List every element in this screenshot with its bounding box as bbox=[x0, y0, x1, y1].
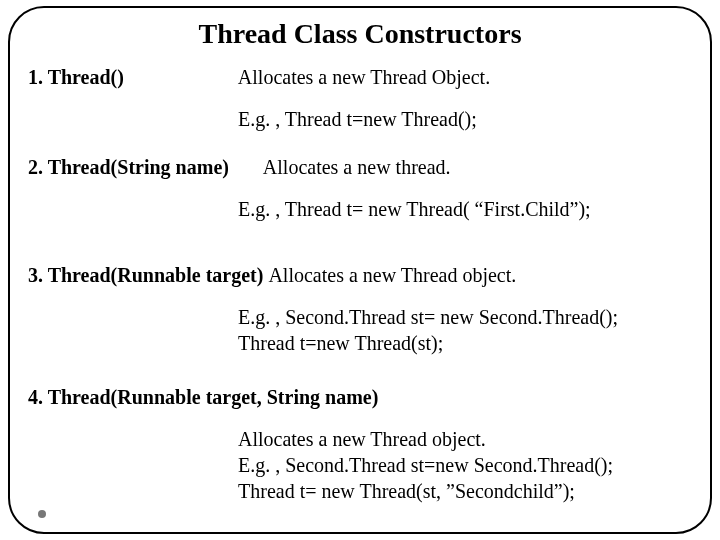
constructor-description: Allocates a new Thread object. bbox=[268, 264, 516, 286]
slide-title: Thread Class Constructors bbox=[28, 18, 692, 50]
constructor-example: Thread t= new Thread(st, ”Secondchild”); bbox=[238, 478, 692, 504]
constructor-description: Allocates a new Thread object. bbox=[238, 426, 692, 452]
constructor-item-3: 3. Thread(Runnable target) Allocates a n… bbox=[28, 262, 692, 288]
spacer bbox=[124, 66, 238, 88]
decorative-dot-icon bbox=[38, 510, 46, 518]
constructor-description: Allocates a new thread. bbox=[263, 156, 451, 178]
constructor-example: E.g. , Thread t= new Thread( “First.Chil… bbox=[238, 196, 692, 222]
constructor-description: Allocates a new Thread Object. bbox=[238, 66, 490, 88]
constructor-example: E.g. , Second.Thread st=new Second.Threa… bbox=[238, 452, 692, 478]
constructor-example: E.g. , Thread t=new Thread(); bbox=[238, 106, 692, 132]
spacer bbox=[229, 156, 263, 178]
constructor-example: Thread t=new Thread(st); bbox=[238, 330, 692, 356]
constructor-item-2: 2. Thread(String name) Allocates a new t… bbox=[28, 154, 692, 180]
constructor-example: E.g. , Second.Thread st= new Second.Thre… bbox=[238, 304, 692, 330]
slide: Thread Class Constructors 1. Thread() Al… bbox=[0, 0, 720, 540]
constructor-item-1: 1. Thread() Allocates a new Thread Objec… bbox=[28, 64, 692, 90]
constructor-signature: 3. Thread(Runnable target) bbox=[28, 264, 268, 286]
constructor-signature: 4. Thread(Runnable target, String name) bbox=[28, 386, 378, 408]
slide-frame: Thread Class Constructors 1. Thread() Al… bbox=[8, 6, 712, 534]
constructor-signature: 2. Thread(String name) bbox=[28, 156, 229, 178]
constructor-item-4: 4. Thread(Runnable target, String name) bbox=[28, 384, 692, 410]
constructor-signature: 1. Thread() bbox=[28, 66, 124, 88]
